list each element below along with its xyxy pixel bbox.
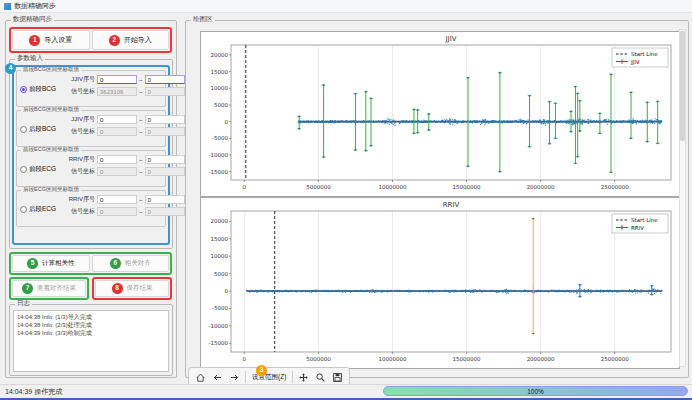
radio-icon[interactable]	[20, 86, 27, 93]
log-line: 14:04:39 Info: (3/3)绘制完成	[17, 329, 165, 337]
rriv-seq-from-input[interactable]	[97, 155, 137, 164]
step3-badge: 3	[256, 365, 267, 376]
forward-button[interactable]	[228, 370, 241, 384]
svg-text:5000000: 5000000	[306, 356, 331, 362]
rear-ecg-section: 后段ECG区间坐标取值 后段ECG RRIV序号 ~	[16, 190, 166, 227]
log-title: 日志	[15, 300, 32, 307]
radio-icon[interactable]	[20, 206, 27, 213]
toolbar-separator	[245, 371, 246, 383]
progress-label: 100%	[527, 388, 544, 395]
svg-text:JJIV: JJIV	[630, 59, 640, 66]
param-sections-box: 4 前段BCG区间坐标取值 前段BCG JJIV序号 ~	[12, 65, 170, 245]
save-figure-button[interactable]	[331, 370, 344, 384]
window-title: 数据精确同步	[14, 1, 56, 11]
back-button[interactable]	[211, 370, 224, 384]
svg-text:0: 0	[243, 356, 247, 362]
view-align-result-button[interactable]: 7 查看对齐结果	[12, 280, 86, 297]
signal-coord-to-input[interactable]	[145, 167, 185, 176]
log-line: 14:04:38 Info: (2/3)处理完成	[17, 321, 165, 329]
jjiv-seq-from-input[interactable]	[97, 115, 137, 124]
front-ecg-radio[interactable]: 前段ECG	[17, 163, 65, 176]
front-bcg-radio[interactable]: 前段BCG	[17, 83, 65, 96]
sync-panel: 数据精确同步 1 导入设置 2 开始导入 参数输入 4 前段BCG区间坐标取值 …	[5, 20, 177, 378]
svg-text:20000000: 20000000	[527, 184, 555, 190]
step8-badge: 8	[112, 283, 123, 294]
rriv-seq-to-input[interactable]	[145, 155, 185, 164]
svg-text:5000: 5000	[214, 102, 228, 108]
toolbar-separator	[292, 371, 293, 383]
radio-icon[interactable]	[20, 166, 27, 173]
plot-area-panel: 绘图区 050000001000000015000000200000002500…	[185, 20, 689, 378]
signal-coord-from-input[interactable]	[97, 167, 137, 176]
rriv-chart[interactable]: 0500000010000000150000002000000025000000…	[201, 198, 679, 364]
svg-text:JJIV: JJIV	[445, 35, 457, 43]
signal-coord-to-input[interactable]	[145, 87, 185, 96]
start-import-button[interactable]: 2 开始导入	[92, 30, 170, 50]
rriv-seq-from-input[interactable]	[97, 195, 137, 204]
param-input-group: 参数输入 4 前段BCG区间坐标取值 前段BCG JJIV序号 ~	[9, 59, 173, 249]
compute-correlation-button[interactable]: 5 计算相关性	[12, 255, 90, 272]
home-button[interactable]	[194, 370, 207, 384]
import-settings-button[interactable]: 1 导入设置	[12, 30, 90, 50]
signal-coord-from-input[interactable]	[97, 87, 137, 96]
rear-ecg-radio[interactable]: 后段ECG	[17, 203, 65, 216]
step2-badge: 2	[109, 35, 120, 46]
pan-icon	[299, 373, 308, 382]
svg-text:-5000: -5000	[212, 135, 228, 141]
signal-coord-to-input[interactable]	[145, 127, 185, 136]
view-result-box: 7 查看对齐结果	[9, 277, 89, 300]
log-output[interactable]: 14:04:38 Info: (1/3)导入完成 14:04:38 Info: …	[13, 310, 169, 372]
scrollbar-thumb[interactable]	[680, 31, 685, 141]
zoom-button[interactable]	[314, 370, 327, 384]
back-arrow-icon	[213, 373, 222, 382]
signal-coord-from-input[interactable]	[97, 207, 137, 216]
sync-panel-title: 数据精确同步	[11, 16, 54, 23]
signal-coord-from-input[interactable]	[97, 127, 137, 136]
step6-badge: 6	[110, 258, 121, 269]
svg-text:RRIV: RRIV	[443, 201, 460, 209]
radio-icon[interactable]	[20, 126, 27, 133]
jjiv-seq-from-input[interactable]	[97, 75, 137, 84]
jjiv-figure: 0500000010000000150000002000000025000000…	[200, 31, 680, 197]
pan-button[interactable]	[297, 370, 310, 384]
jjiv-seq-to-input[interactable]	[145, 75, 185, 84]
svg-text:20000: 20000	[211, 218, 229, 224]
rriv-seq-to-input[interactable]	[145, 195, 185, 204]
svg-text:RRIV: RRIV	[631, 225, 644, 231]
set-range-button[interactable]: 3 设置范围(Z)	[250, 373, 288, 382]
svg-text:-15000: -15000	[209, 169, 229, 175]
log-line: 14:04:38 Info: (1/3)导入完成	[17, 313, 165, 321]
window-icon	[4, 3, 11, 10]
svg-text:0: 0	[225, 288, 229, 294]
svg-text:0: 0	[243, 184, 247, 190]
magnifier-icon	[316, 373, 325, 382]
home-icon	[196, 373, 205, 382]
rriv-figure: 0500000010000000150000002000000025000000…	[200, 197, 680, 369]
rear-bcg-radio[interactable]: 后段BCG	[17, 123, 65, 136]
svg-text:-10000: -10000	[209, 323, 229, 329]
svg-text:15000: 15000	[211, 236, 229, 242]
svg-text:10000000: 10000000	[378, 356, 406, 362]
save-result-box: 8 保存结果	[92, 277, 172, 300]
status-text: 14:04:39 操作完成	[5, 388, 62, 395]
svg-text:25000000: 25000000	[601, 356, 629, 362]
signal-coord-to-input[interactable]	[145, 207, 185, 216]
svg-text:0: 0	[225, 119, 229, 125]
log-group: 日志 14:04:38 Info: (1/3)导入完成 14:04:38 Inf…	[9, 304, 173, 376]
jjiv-chart[interactable]: 0500000010000000150000002000000025000000…	[201, 32, 679, 192]
correlation-align-button[interactable]: 6 相关对齐	[92, 255, 170, 272]
jjiv-seq-to-input[interactable]	[145, 115, 185, 124]
svg-text:5000000: 5000000	[306, 184, 331, 190]
svg-text:20000000: 20000000	[527, 356, 555, 362]
svg-text:15000000: 15000000	[453, 184, 481, 190]
import-buttons-box: 1 导入设置 2 开始导入	[9, 27, 172, 53]
param-input-title: 参数输入	[15, 55, 45, 62]
step5-badge: 5	[27, 258, 38, 269]
progress-bar: 100%	[383, 386, 688, 396]
save-result-button[interactable]: 8 保存结果	[95, 280, 169, 297]
title-bar: 数据精确同步	[0, 0, 692, 13]
rear-bcg-section: 后段BCG区间坐标取值 后段BCG JJIV序号 ~	[16, 110, 166, 147]
svg-text:Start Line: Start Line	[631, 217, 658, 223]
svg-text:-10000: -10000	[209, 152, 229, 158]
plot-scrollbar[interactable]	[679, 29, 686, 367]
